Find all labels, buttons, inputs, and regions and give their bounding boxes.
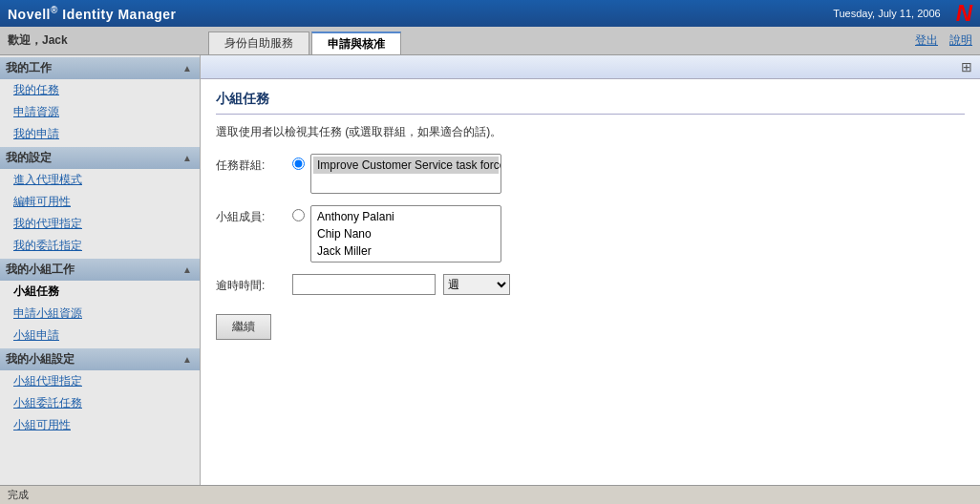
tab-bar: 身份自助服務 申請與核准: [208, 27, 915, 54]
sidebar: 我的工作▲我的任務申請資源我的申請我的設定▲進入代理模式編輯可用性我的代理指定我…: [0, 55, 201, 504]
sidebar-section-title: 我的小組工作: [6, 262, 75, 278]
logout-link[interactable]: 登出: [915, 32, 938, 49]
page-heading: 小組任務: [216, 91, 965, 115]
sidebar-item-proxy-mode[interactable]: 進入代理模式: [0, 169, 200, 191]
timeout-row: 逾時時間: 週天小時: [216, 274, 965, 295]
members-control: Anthony PalaniChip NanoJack Miller: [310, 205, 501, 262]
description-text: 選取使用者以檢視其任務 (或選取群組，如果適合的話)。: [216, 124, 965, 140]
sidebar-section-my-settings[interactable]: 我的設定▲: [0, 147, 200, 169]
tab-request-approve[interactable]: 申請與核准: [311, 32, 401, 54]
novell-brand: Novell: [8, 7, 51, 22]
sidebar-section-title: 我的設定: [6, 150, 52, 166]
status-text: 完成: [8, 488, 29, 502]
sidebar-item-edit-availability[interactable]: 編輯可用性: [0, 191, 200, 213]
continue-button[interactable]: 繼續: [216, 314, 271, 340]
task-group-row: 任務群組: Improve Customer Service task forc…: [216, 154, 965, 194]
status-bar: 完成: [0, 485, 980, 504]
sidebar-item-request-group-resource[interactable]: 申請小組資源: [0, 303, 200, 325]
chevron-icon: ▲: [182, 153, 192, 163]
reg-mark: ®: [51, 5, 58, 15]
chevron-icon: ▲: [182, 354, 192, 365]
members-radio[interactable]: [292, 209, 305, 221]
help-link[interactable]: 說明: [949, 32, 972, 49]
chevron-icon: ▲: [182, 264, 192, 275]
sidebar-item-my-requests[interactable]: 我的申請: [0, 123, 200, 145]
app-title: Novell® Identity Manager: [8, 5, 177, 22]
members-label: 小組成員:: [216, 205, 292, 225]
sidebar-section-my-group-work[interactable]: 我的小組工作▲: [0, 259, 200, 281]
sidebar-item-my-delegate2[interactable]: 我的委託指定: [0, 235, 200, 257]
top-navigation: 歡迎，Jack 身份自助服務 申請與核准 登出 說明: [0, 27, 980, 55]
sidebar-item-group-tasks[interactable]: 小組任務: [0, 281, 200, 303]
sidebar-item-group-availability[interactable]: 小組可用性: [0, 414, 200, 436]
task-group-select[interactable]: Improve Customer Service task force: [310, 154, 501, 194]
timeout-label: 逾時時間:: [216, 274, 292, 294]
sidebar-item-my-delegate[interactable]: 我的代理指定: [0, 213, 200, 235]
header-date: Tuesday, July 11, 2006: [833, 8, 941, 19]
content-area: ⊞ 小組任務 選取使用者以檢視其任務 (或選取群組，如果適合的話)。 任務群組:…: [201, 55, 980, 504]
topnav-actions: 登出 說明: [915, 32, 972, 49]
content-inner: 小組任務 選取使用者以檢視其任務 (或選取群組，如果適合的話)。 任務群組: I…: [201, 79, 980, 351]
sidebar-item-group-delegate[interactable]: 小組代理指定: [0, 370, 200, 392]
task-group-radio[interactable]: [292, 158, 305, 170]
unit-select[interactable]: 週天小時: [443, 274, 510, 295]
novell-n-logo: N: [956, 0, 972, 27]
task-group-control: Improve Customer Service task force: [310, 154, 501, 194]
sidebar-section-title: 我的小組設定: [6, 351, 75, 368]
continue-row: 繼續: [216, 306, 965, 340]
sidebar-section-my-work[interactable]: 我的工作▲: [0, 57, 200, 79]
main-layout: 我的工作▲我的任務申請資源我的申請我的設定▲進入代理模式編輯可用性我的代理指定我…: [0, 55, 980, 504]
sidebar-item-group-delegate2[interactable]: 小組委託任務: [0, 392, 200, 414]
sidebar-section-my-group-settings[interactable]: 我的小組設定▲: [0, 348, 200, 370]
chevron-icon: ▲: [182, 63, 192, 74]
timeout-input[interactable]: [292, 274, 436, 295]
tab-self-service[interactable]: 身份自助服務: [208, 32, 309, 54]
sidebar-section-title: 我的工作: [6, 60, 52, 76]
members-select[interactable]: Anthony PalaniChip NanoJack Miller: [310, 205, 501, 262]
members-row: 小組成員: Anthony PalaniChip NanoJack Miller: [216, 205, 965, 262]
sidebar-item-my-tasks[interactable]: 我的任務: [0, 79, 200, 101]
header: Novell® Identity Manager Tuesday, July 1…: [0, 0, 980, 27]
grid-view-icon[interactable]: ⊞: [961, 59, 972, 74]
sidebar-item-group-requests[interactable]: 小組申請: [0, 325, 200, 346]
app-subtitle: Identity Manager: [58, 7, 177, 22]
welcome-message: 歡迎，Jack: [8, 32, 208, 49]
task-group-label: 任務群組:: [216, 154, 292, 174]
sidebar-item-request-resource[interactable]: 申請資源: [0, 101, 200, 123]
content-header: ⊞: [201, 55, 980, 79]
